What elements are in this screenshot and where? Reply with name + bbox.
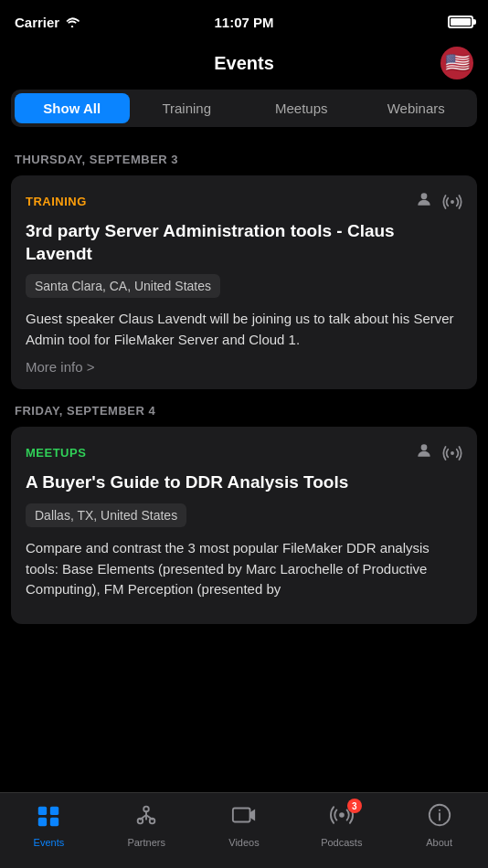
event-location-1: Santa Clara, CA, United States: [26, 274, 220, 298]
person-icon-1: [415, 190, 433, 213]
svg-point-15: [339, 812, 345, 818]
tab-about[interactable]: About: [412, 802, 467, 848]
events-icon: [36, 802, 61, 833]
svg-point-18: [438, 810, 440, 811]
date-label-2: FRIDAY, SEPTEMBER 4: [15, 404, 473, 418]
svg-rect-6: [38, 818, 47, 826]
filter-show-all[interactable]: Show All: [15, 93, 130, 123]
event-category-2: MEETUPS: [26, 446, 86, 460]
event-location-2: Dallas, TX, United States: [26, 503, 186, 527]
broadcast-icon-2: [442, 445, 462, 461]
event-title-2: A Buyer's Guide to DDR Analysis Tools: [26, 471, 462, 494]
tab-events-label: Events: [34, 837, 65, 848]
filter-webinars[interactable]: Webinars: [359, 93, 474, 123]
tab-videos[interactable]: Videos: [217, 802, 271, 848]
time-display: 11:07 PM: [214, 15, 273, 30]
tab-partners[interactable]: Partners: [119, 802, 174, 848]
svg-point-13: [150, 819, 155, 824]
card-header-2: MEETUPS: [26, 441, 462, 464]
svg-point-12: [138, 819, 143, 824]
person-icon-2: [415, 441, 433, 464]
tab-podcasts-label: Podcasts: [321, 837, 362, 848]
event-title-1: 3rd party Server Administration tools - …: [26, 220, 462, 265]
event-category-1: TRAINING: [26, 195, 87, 208]
svg-point-3: [451, 451, 454, 455]
card-icons-1: [415, 190, 462, 213]
header: Events 🇺🇸: [0, 40, 488, 86]
event-card-2: MEETUPS A Buyer's Guide to DDR A: [11, 427, 477, 623]
svg-rect-7: [50, 818, 58, 826]
status-bar: Carrier 11:07 PM: [0, 0, 488, 40]
partners-icon: [133, 802, 159, 833]
battery-icon: [448, 16, 473, 28]
tab-events[interactable]: Events: [21, 802, 76, 848]
tab-podcasts[interactable]: 3 Podcasts: [314, 802, 369, 848]
svg-rect-4: [38, 807, 47, 815]
carrier-label: Carrier: [15, 15, 59, 30]
tab-videos-label: Videos: [228, 837, 259, 848]
card-icons-2: [415, 441, 462, 464]
event-description-1: Guest speaker Claus Lavendt will be join…: [26, 309, 462, 350]
filter-training[interactable]: Training: [130, 93, 245, 123]
videos-icon: [231, 802, 257, 833]
events-list: THURSDAY, SEPTEMBER 3 TRAINING: [0, 138, 488, 789]
carrier-wifi: Carrier: [15, 15, 80, 30]
filter-meetups[interactable]: Meetups: [244, 93, 359, 123]
tab-bar: Events Partners Videos: [0, 792, 488, 868]
svg-point-0: [421, 193, 428, 199]
more-info-1[interactable]: More info >: [26, 359, 462, 375]
svg-rect-14: [233, 809, 250, 822]
flag-avatar[interactable]: 🇺🇸: [440, 47, 473, 79]
filter-bar: Show All Training Meetups Webinars: [11, 90, 477, 127]
svg-point-2: [421, 445, 428, 451]
wifi-icon: [65, 15, 80, 30]
podcasts-icon: 3: [329, 802, 355, 833]
svg-point-1: [451, 200, 454, 204]
event-description-2: Compare and contrast the 3 most popular …: [26, 538, 462, 600]
page-title: Events: [214, 53, 274, 74]
event-card-1: TRAINING 3rd party Server Admini: [11, 175, 477, 389]
card-header-1: TRAINING: [26, 190, 462, 213]
tab-partners-label: Partners: [127, 837, 165, 848]
about-icon: [427, 802, 452, 833]
date-label-1: THURSDAY, SEPTEMBER 3: [15, 153, 473, 166]
battery-indicator: [448, 16, 473, 28]
podcasts-badge: 3: [347, 799, 362, 813]
broadcast-icon-1: [442, 194, 462, 210]
tab-about-label: About: [426, 837, 452, 848]
svg-rect-5: [50, 807, 58, 815]
